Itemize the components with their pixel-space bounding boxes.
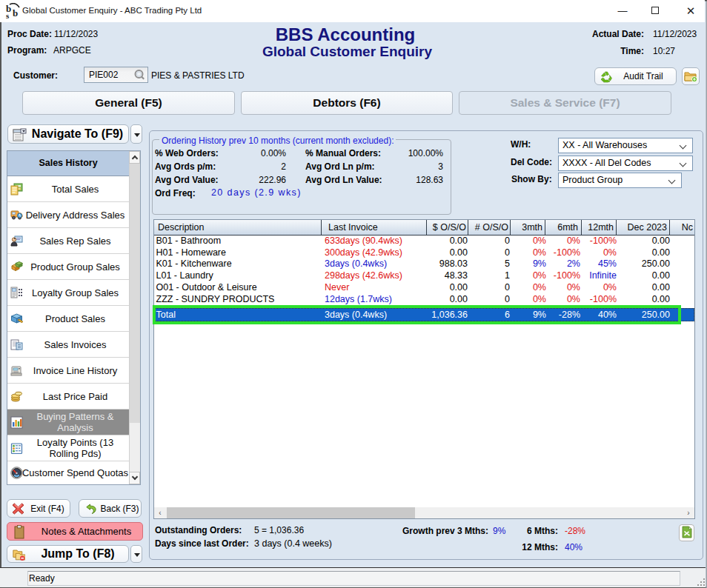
svg-text:b: b	[13, 7, 18, 19]
svg-text:s: s	[6, 11, 10, 20]
